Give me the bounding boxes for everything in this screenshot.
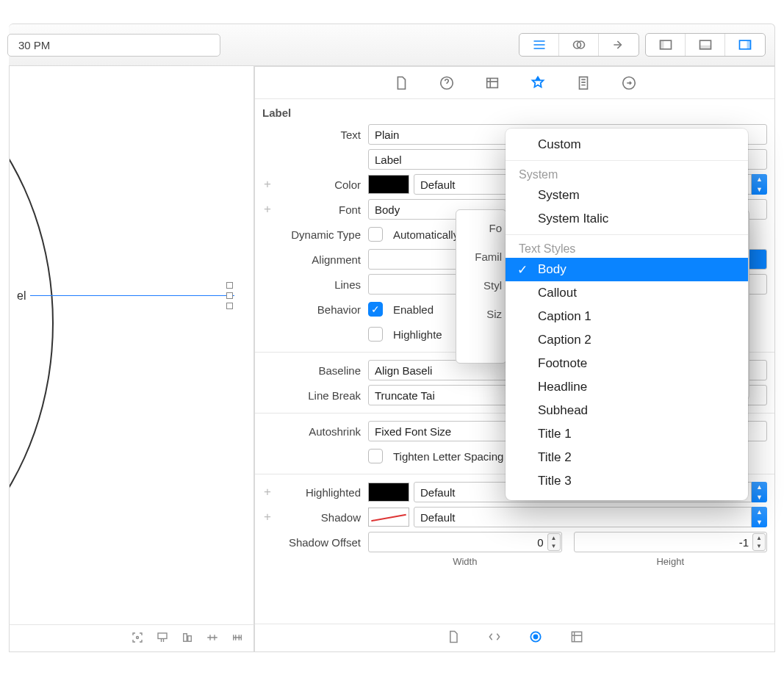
dropdown-item-title-3[interactable]: Title 3: [506, 469, 748, 493]
shadow-popup[interactable]: Default▲▼: [414, 507, 767, 527]
dropdown-item-caption-1[interactable]: Caption 1: [506, 305, 748, 328]
inspector-tabs: [255, 67, 774, 99]
window-toolbar: 30 PM: [9, 24, 775, 66]
dynamic-type-label: Dynamic Type: [274, 228, 368, 241]
svg-rect-8: [700, 46, 711, 49]
editor-assistant-icon[interactable]: [559, 34, 599, 56]
embed-icon[interactable]: [155, 631, 170, 646]
align-icon[interactable]: [180, 631, 195, 646]
add-color-button[interactable]: +: [262, 177, 273, 192]
add-shadow-button[interactable]: +: [262, 510, 273, 524]
tighten-checkbox[interactable]: [368, 449, 383, 463]
canvas-toolbar: [9, 624, 254, 652]
selected-label[interactable]: el: [17, 289, 26, 303]
library-tabs: [255, 624, 774, 651]
enabled-checkbox[interactable]: ✓: [368, 302, 383, 317]
selection-handle[interactable]: [226, 282, 233, 289]
shadow-height-field[interactable]: -1 ▲▼: [574, 532, 768, 552]
svg-point-11: [137, 636, 139, 638]
svg-rect-17: [579, 76, 587, 89]
object-library-icon[interactable]: [528, 629, 543, 646]
svg-point-20: [533, 635, 537, 639]
dropdown-item-subhead[interactable]: Subhead: [506, 399, 748, 422]
dropdown-item-title-1[interactable]: Title 1: [506, 422, 748, 446]
svg-rect-12: [158, 633, 167, 639]
panel-right-icon[interactable]: [725, 34, 765, 56]
size-inspector-tab[interactable]: [575, 75, 591, 91]
svg-rect-21: [572, 632, 581, 641]
panel-left-icon[interactable]: [646, 34, 686, 56]
size-row-label: Siz: [456, 308, 502, 320]
style-row-label: Styl: [456, 279, 502, 292]
add-font-button[interactable]: +: [262, 202, 273, 217]
dropdown-item-footnote[interactable]: Footnote: [506, 352, 748, 375]
svg-rect-16: [486, 78, 497, 87]
editor-standard-icon[interactable]: [519, 34, 559, 56]
add-highlighted-button[interactable]: +: [262, 485, 273, 499]
svg-rect-10: [747, 40, 751, 49]
code-snippet-icon[interactable]: [487, 629, 502, 646]
auto-adjust-checkbox[interactable]: [368, 227, 383, 242]
focus-icon[interactable]: [130, 631, 145, 646]
divider: [506, 160, 748, 161]
dropdown-item-title-2[interactable]: Title 2: [506, 446, 748, 469]
font-label: Font: [274, 203, 368, 216]
svg-rect-6: [660, 40, 663, 49]
help-inspector-tab[interactable]: [439, 75, 455, 91]
behavior-label: Behavior: [274, 303, 368, 316]
tighten-text: Tighten Letter Spacing: [393, 450, 503, 463]
svg-rect-14: [188, 635, 192, 641]
shadow-swatch[interactable]: [368, 508, 409, 527]
identity-inspector-tab[interactable]: [484, 75, 500, 91]
divider: [506, 234, 748, 235]
dropdown-item-system-italic[interactable]: System Italic: [506, 207, 748, 231]
run-destination-field[interactable]: 30 PM: [7, 34, 220, 57]
dropdown-item-headline[interactable]: Headline: [506, 375, 748, 399]
dropdown-item-callout[interactable]: Callout: [506, 281, 748, 305]
shadow-width-field[interactable]: 0 ▲▼: [368, 532, 562, 552]
alignment-label: Alignment: [274, 253, 368, 266]
font-style-dropdown[interactable]: Custom System System System Italic Text …: [506, 129, 748, 500]
stepper[interactable]: ▲▼: [547, 533, 561, 551]
editor-version-icon[interactable]: [599, 34, 639, 56]
shadow-label: Shadow: [274, 511, 368, 524]
lines-label: Lines: [274, 278, 368, 291]
selection-handle[interactable]: [226, 303, 233, 309]
dropdown-item-system[interactable]: System: [506, 184, 748, 207]
panel-toggle-segmented[interactable]: [645, 33, 766, 57]
autoshrink-label: Autoshrink: [274, 425, 368, 438]
stepper[interactable]: ▲▼: [752, 533, 766, 551]
family-row-label: Famil: [456, 250, 502, 263]
pin-icon[interactable]: [205, 631, 220, 646]
highlighted-checkbox[interactable]: [368, 327, 383, 342]
connections-inspector-tab[interactable]: [621, 75, 637, 91]
editor-mode-segmented[interactable]: [519, 33, 639, 57]
resolve-icon[interactable]: [230, 631, 245, 646]
dropdown-header-text-styles: Text Styles: [506, 239, 748, 258]
dropdown-item-caption-2[interactable]: Caption 2: [506, 328, 748, 352]
highlighted-text: Highlighte: [393, 328, 442, 341]
file-template-icon[interactable]: [446, 629, 461, 646]
color-label: Color: [274, 178, 368, 191]
attributes-inspector-tab[interactable]: [530, 75, 546, 91]
text-label: Text: [274, 129, 368, 141]
file-inspector-tab[interactable]: [393, 75, 409, 91]
media-library-icon[interactable]: [569, 629, 584, 646]
interface-builder-canvas[interactable]: el: [9, 66, 254, 652]
dropdown-item-custom[interactable]: Custom: [506, 133, 748, 156]
width-sublabel: Width: [368, 556, 562, 567]
dropdown-item-body[interactable]: Body: [506, 258, 748, 281]
color-swatch[interactable]: [368, 175, 409, 194]
device-bezel: [9, 66, 54, 610]
selection-guide: [30, 295, 234, 296]
shadow-offset-label: Shadow Offset: [274, 536, 368, 549]
selection-handle[interactable]: [226, 292, 233, 299]
highlighted-swatch[interactable]: [368, 483, 409, 502]
height-sublabel: Height: [574, 556, 768, 567]
linebreak-label: Line Break: [274, 389, 368, 402]
svg-rect-13: [184, 633, 187, 641]
baseline-label: Baseline: [274, 364, 368, 377]
font-row-label: Fo: [456, 222, 502, 234]
panel-bottom-icon[interactable]: [686, 34, 725, 56]
dropdown-header-system: System: [506, 165, 748, 184]
